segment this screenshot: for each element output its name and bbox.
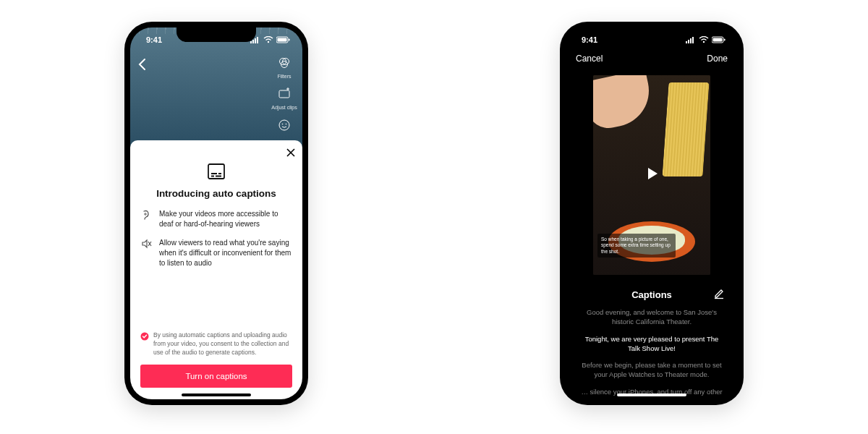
- caption-line[interactable]: Before we begin, please take a moment to…: [579, 360, 725, 380]
- edit-captions-button[interactable]: [713, 288, 725, 302]
- svg-rect-0: [250, 41, 252, 43]
- status-time: 9:41: [146, 35, 162, 44]
- close-button[interactable]: [286, 148, 295, 159]
- home-indicator[interactable]: [617, 393, 686, 396]
- svg-rect-1: [252, 40, 254, 43]
- svg-rect-3: [257, 37, 258, 43]
- svg-rect-7: [289, 39, 290, 41]
- captions-title: Captions: [631, 289, 672, 300]
- home-indicator[interactable]: [182, 393, 251, 396]
- status-time: 9:41: [582, 35, 597, 44]
- play-icon: [642, 164, 661, 183]
- filters-label: Filters: [277, 74, 291, 79]
- caption-overlay: So when taking a picture of one, spend s…: [597, 234, 676, 258]
- wifi-icon: [699, 36, 709, 43]
- captions-panel: Captions Good evening, and welcome to Sa…: [566, 282, 738, 399]
- filters-tool[interactable]: Filters: [271, 56, 298, 79]
- cancel-button[interactable]: Cancel: [576, 54, 603, 64]
- svg-rect-11: [279, 90, 289, 98]
- svg-point-4: [268, 41, 269, 43]
- benefit-text-2: Allow viewers to read what you're saying…: [159, 238, 292, 268]
- video-preview[interactable]: So when taking a picture of one, spend s…: [593, 75, 710, 275]
- emoji-tool[interactable]: [271, 119, 298, 135]
- turn-on-captions-button[interactable]: Turn on captions: [140, 365, 292, 388]
- svg-rect-6: [278, 38, 287, 42]
- captions-header: Captions: [579, 289, 725, 300]
- consent-row: By using automatic captions and uploadin…: [140, 331, 292, 357]
- svg-rect-2: [255, 38, 256, 43]
- caption-line-active[interactable]: Tonight, we are very pleased to present …: [579, 334, 725, 354]
- emoji-icon: [278, 119, 291, 135]
- sheet-title: Introducing auto captions: [140, 188, 292, 199]
- ear-icon: [140, 209, 152, 229]
- preview-pasta: [662, 82, 709, 176]
- filters-icon: [278, 56, 291, 72]
- adjust-clips-tool[interactable]: Adjust clips: [271, 88, 298, 110]
- caption-line[interactable]: Good evening, and welcome to San Jose's …: [579, 307, 725, 327]
- notch: [612, 27, 692, 42]
- adjust-clips-label: Adjust clips: [271, 105, 297, 110]
- captions-hero-icon: [207, 162, 226, 181]
- status-indicators: [250, 36, 291, 43]
- editor-side-toolbar: Filters Adjust clips: [271, 56, 298, 135]
- phone-mockup-right: 9:41 Cancel Done: [560, 22, 744, 405]
- battery-icon: [712, 36, 726, 43]
- mute-icon: [140, 238, 152, 268]
- auto-captions-sheet: Introducing auto captions Make your vide…: [130, 140, 302, 399]
- benefit-readability: Allow viewers to read what you're saying…: [140, 238, 292, 268]
- svg-point-16: [286, 124, 287, 125]
- svg-point-24: [145, 213, 146, 215]
- screen-left: 9:41 Filters: [130, 27, 302, 399]
- benefit-accessibility: Make your videos more accessible to deaf…: [140, 209, 292, 229]
- pencil-icon: [713, 288, 725, 299]
- consent-text: By using automatic captions and uploadin…: [153, 331, 292, 357]
- play-button[interactable]: [642, 164, 661, 186]
- svg-rect-28: [686, 41, 687, 43]
- back-button[interactable]: [137, 58, 146, 75]
- svg-rect-35: [724, 39, 726, 41]
- screen-right: 9:41 Cancel Done: [566, 27, 738, 399]
- phone-mockup-left: 9:41 Filters: [124, 22, 308, 405]
- wifi-icon: [263, 36, 273, 43]
- nav-bar: Cancel Done: [566, 54, 738, 64]
- check-badge-icon: [140, 332, 149, 357]
- status-indicators: [686, 36, 726, 43]
- done-button[interactable]: Done: [707, 54, 728, 64]
- svg-point-15: [282, 124, 284, 125]
- svg-rect-31: [692, 37, 694, 43]
- adjust-clips-icon: [278, 88, 291, 103]
- notch: [176, 27, 256, 42]
- svg-rect-29: [688, 40, 689, 43]
- close-icon: [286, 148, 295, 157]
- svg-point-14: [279, 120, 289, 130]
- svg-rect-34: [713, 38, 723, 42]
- svg-point-32: [703, 41, 705, 43]
- battery-icon: [276, 36, 291, 43]
- benefit-text-1: Make your videos more accessible to deaf…: [159, 209, 292, 229]
- svg-rect-30: [690, 38, 692, 43]
